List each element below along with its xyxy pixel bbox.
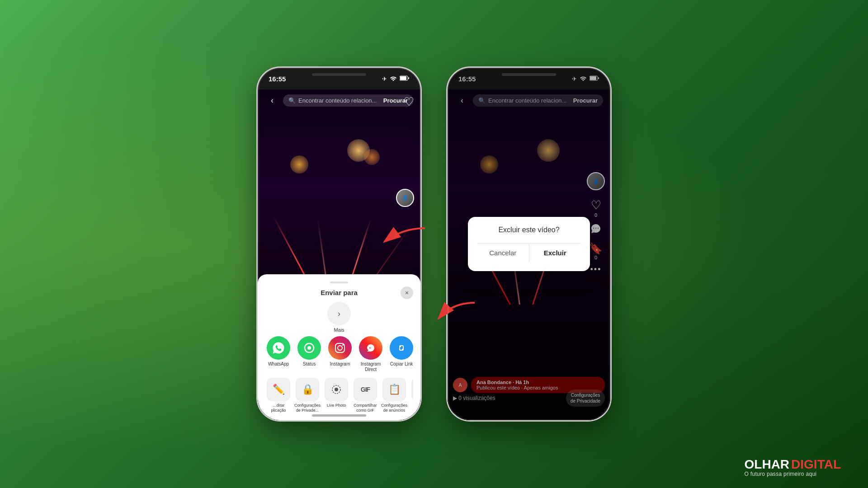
phone-notch-1 (312, 73, 366, 76)
privacy-tool-item[interactable]: 🔒 Configuraçõesde Privade... (294, 378, 321, 413)
delete-button[interactable]: Excluir (529, 244, 581, 262)
phone-notch-2 (502, 73, 556, 76)
live-photo-tool-label: Live Photo (327, 403, 346, 408)
search-icon-1: 🔍 (288, 97, 296, 104)
watermark: OLHAR DIGITAL O futuro passa primeiro aq… (745, 458, 841, 477)
search-bar-1: ‹ 🔍 Encontrar conteúdo relacion... Procu… (258, 89, 420, 111)
instagram-share-icon (328, 336, 352, 360)
status-share-item[interactable]: Status (296, 336, 323, 372)
time-1: 16:55 (269, 75, 286, 83)
phones-container: 16:55 ✈ ‹ (258, 68, 610, 420)
battery-icon-1 (400, 75, 410, 82)
svg-rect-2 (408, 77, 409, 79)
watermark-digital: DIGITAL (791, 458, 841, 471)
svg-rect-1 (400, 76, 406, 80)
gif-tool-item[interactable]: GIF Compartilharcomo GIF (352, 378, 379, 413)
instagram-direct-share-icon (359, 336, 382, 360)
search-placeholder-1: Encontrar conteúdo relacion... (298, 97, 381, 104)
svg-point-7 (342, 344, 344, 346)
status-bar-1: 16:55 ✈ (258, 68, 420, 89)
home-indicator-2 (502, 414, 556, 417)
delete-dialog: Excluir este vídeo? Cancelar Excluir (468, 217, 590, 271)
airplane-icon-1: ✈ (382, 75, 387, 82)
tools-row: ✏️ …ditarplicação 🔒 Configuraçõesde Priv… (265, 378, 413, 413)
watermark-brand-row: OLHAR DIGITAL (745, 458, 841, 471)
status-icons-1: ✈ (382, 75, 410, 82)
ads-tool-item[interactable]: 📋 Configuraçõesde anúncios (381, 378, 408, 413)
privacy-tool-label: Configuraçõesde Privade... (294, 403, 321, 413)
dialog-title: Excluir este vídeo? (477, 226, 581, 234)
delete-tool-icon (411, 378, 413, 401)
back-button-1[interactable]: ‹ (265, 93, 279, 108)
more-btn-item[interactable]: › Mais (327, 302, 351, 333)
more-label: Mais (334, 327, 344, 333)
status-label: Status (303, 361, 316, 367)
svg-point-6 (338, 346, 342, 350)
copy-link-share-icon (390, 336, 413, 360)
phone-1: 16:55 ✈ ‹ (258, 68, 420, 420)
share-apps-row: WhatsApp Status (265, 336, 413, 372)
gif-tool-label: Compartilharcomo GIF (354, 403, 377, 413)
more-circle-btn[interactable]: › (327, 302, 351, 325)
gif-tool-icon: GIF (354, 378, 377, 401)
watermark-tagline: O futuro passa primeiro aqui (745, 471, 841, 477)
dialog-overlay: Excluir este vídeo? Cancelar Excluir (448, 68, 610, 420)
whatsapp-label: WhatsApp (268, 361, 289, 367)
more-wrap: › Mais (265, 302, 413, 333)
whatsapp-share-icon (267, 336, 290, 360)
watermark-text-group: OLHAR DIGITAL O futuro passa primeiro aq… (745, 458, 841, 477)
drag-handle (330, 282, 348, 283)
search-button-1[interactable]: Procurar (383, 97, 408, 104)
phone-2: 16:55 ✈ ‹ (448, 68, 610, 420)
ads-tool-icon: 📋 (382, 378, 406, 401)
close-sheet-button[interactable]: × (401, 286, 413, 299)
instagram-direct-label: Instagram Direct (357, 361, 384, 372)
share-sheet: Enviar para × › Mais (258, 274, 420, 420)
live-photo-tool-item[interactable]: Live Photo (323, 378, 350, 413)
privacy-tool-icon: 🔒 (296, 378, 319, 401)
live-photo-tool-icon (325, 378, 348, 401)
ads-tool-label: Configuraçõesde anúncios (381, 403, 407, 413)
delete-tool-item[interactable]: Excluir (410, 378, 413, 413)
copy-link-label: Copiar Link (390, 361, 413, 367)
avatar-1[interactable]: 👤 (396, 189, 414, 207)
dialog-buttons: Cancelar Excluir (477, 243, 581, 262)
share-sheet-title: Enviar para (321, 289, 358, 296)
search-input-wrap-1[interactable]: 🔍 Encontrar conteúdo relacion... Procura… (283, 94, 413, 107)
status-share-icon (297, 336, 321, 360)
action-panel-1: 👤 (396, 189, 414, 207)
edit-tool-icon: ✏️ (267, 378, 290, 401)
cancel-button[interactable]: Cancelar (477, 244, 529, 262)
stage-light-3 (364, 149, 380, 165)
whatsapp-share-item[interactable]: WhatsApp (265, 336, 292, 372)
svg-point-8 (335, 388, 338, 391)
home-indicator-1 (312, 414, 366, 417)
instagram-label: Instagram (330, 361, 350, 367)
svg-point-3 (307, 346, 311, 350)
edit-tool-item[interactable]: ✏️ …ditarplicação (265, 378, 292, 413)
copy-link-share-item[interactable]: Copiar Link (388, 336, 413, 372)
instagram-share-item[interactable]: Instagram (326, 336, 354, 372)
wifi-icon-1 (390, 75, 397, 82)
share-sheet-header: Enviar para × (265, 289, 413, 296)
edit-tool-label: …ditarplicação (271, 403, 286, 413)
watermark-logo: OLHAR DIGITAL O futuro passa primeiro aq… (745, 458, 841, 477)
instagram-direct-share-item[interactable]: Instagram Direct (357, 336, 384, 372)
watermark-olhar: OLHAR (745, 458, 790, 471)
